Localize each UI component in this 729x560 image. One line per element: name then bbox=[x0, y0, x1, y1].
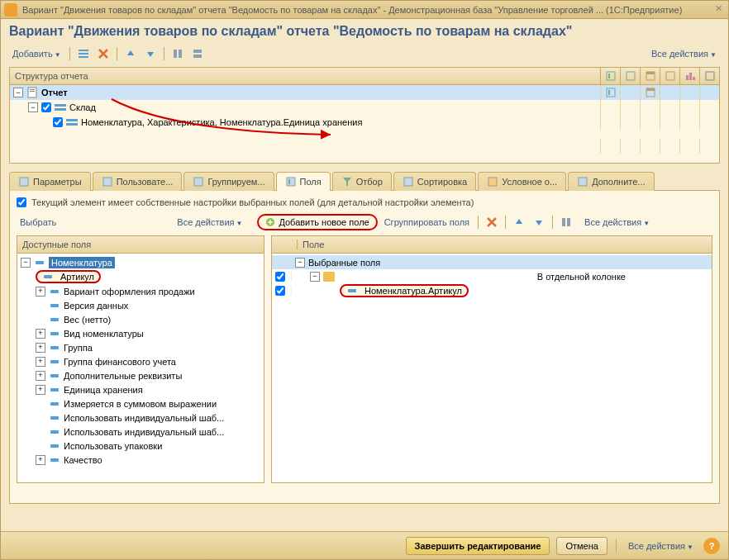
tree-row[interactable]: Вес (нетто) bbox=[17, 312, 264, 326]
move-up-icon[interactable] bbox=[122, 45, 139, 62]
tree-row[interactable]: Использовать упаковки bbox=[17, 439, 264, 453]
col-icon[interactable] bbox=[679, 68, 699, 84]
warehouse-checkbox[interactable] bbox=[41, 102, 51, 112]
col-icon[interactable] bbox=[620, 68, 640, 84]
col-icon[interactable] bbox=[699, 68, 719, 84]
help-icon[interactable]: ? bbox=[703, 538, 720, 554]
expand-icon[interactable]: + bbox=[36, 455, 45, 465]
expand-icon[interactable]: + bbox=[36, 371, 45, 381]
tab-extra[interactable]: Дополните... bbox=[568, 172, 654, 191]
svg-rect-35 bbox=[579, 178, 587, 186]
field-icon bbox=[49, 400, 60, 408]
tab-sort[interactable]: Сортировка bbox=[393, 172, 476, 191]
field-icon bbox=[49, 456, 60, 464]
tab-user[interactable]: Пользовате... bbox=[93, 172, 183, 191]
expand-icon[interactable]: + bbox=[36, 357, 45, 367]
settings-icon[interactable] bbox=[558, 214, 574, 230]
expand-icon[interactable]: + bbox=[36, 343, 45, 353]
tree-item-label: Единица хранения bbox=[64, 385, 143, 395]
selected-fields-panel: Поле −Выбранные поля −В отдельной колонк… bbox=[271, 235, 712, 483]
nomenclature-checkbox[interactable] bbox=[53, 117, 63, 127]
svg-rect-27 bbox=[66, 123, 78, 126]
all-actions-right[interactable]: Все действия▼ bbox=[581, 216, 653, 229]
tree-row-root[interactable]: − Номенклатура bbox=[17, 255, 264, 269]
all-actions-left[interactable]: Все действия▼ bbox=[174, 216, 245, 229]
all-actions-button[interactable]: Все действия▼ bbox=[648, 47, 720, 60]
tab-cond[interactable]: Условное о... bbox=[478, 172, 566, 191]
svg-rect-20 bbox=[607, 88, 615, 97]
tree-row[interactable]: +Группа bbox=[17, 340, 264, 354]
cancel-button[interactable]: Отмена bbox=[556, 537, 607, 555]
article-checkbox[interactable] bbox=[275, 286, 285, 296]
move-up-icon[interactable] bbox=[511, 214, 527, 230]
tab-fields[interactable]: Поля bbox=[276, 172, 331, 191]
tab-params[interactable]: Параметры bbox=[9, 172, 91, 191]
separate-col-label: В отдельной колонке bbox=[537, 272, 626, 282]
available-fields-tree[interactable]: − Номенклатура Артикул +Вариант оформлен… bbox=[17, 254, 264, 482]
col-icon[interactable] bbox=[640, 68, 660, 84]
selected-fields-header: Поле bbox=[297, 240, 707, 249]
tree-row[interactable]: Измеряется в суммовом выражении bbox=[17, 396, 264, 411]
tab-filter[interactable]: Отбор bbox=[332, 172, 392, 191]
structure-nomenclature-label: Номенклатура, Характеристика, Номенклату… bbox=[81, 117, 362, 127]
tree-row[interactable]: +Единица хранения bbox=[17, 382, 264, 396]
tree-row[interactable]: +Дополнительные реквизиты bbox=[17, 368, 264, 382]
add-button[interactable]: Добавить▼ bbox=[9, 47, 64, 60]
structure-nomenclature-row[interactable]: Номенклатура, Характеристика, Номенклату… bbox=[10, 115, 719, 130]
settings-icon[interactable] bbox=[169, 45, 186, 62]
expand-icon[interactable]: + bbox=[36, 329, 45, 339]
selected-fields-tree[interactable]: −Выбранные поля −В отдельной колонке Ном… bbox=[272, 254, 712, 482]
close-icon[interactable]: ✕ bbox=[712, 3, 725, 17]
settings2-icon[interactable] bbox=[189, 45, 206, 62]
tree-row[interactable]: Использовать индивидуальный шаб... bbox=[17, 411, 264, 425]
structure-report-row[interactable]: −Отчет bbox=[10, 85, 719, 100]
main-toolbar: Добавить▼ Все действия▼ bbox=[9, 45, 720, 62]
selected-root-row[interactable]: −Выбранные поля bbox=[272, 255, 712, 269]
tree-row[interactable]: Версия данных bbox=[17, 298, 264, 312]
selected-folder-row[interactable]: −В отдельной колонке bbox=[272, 269, 712, 283]
tree-item-label: Группа финансового учета bbox=[64, 357, 176, 367]
collapse-icon[interactable]: − bbox=[21, 258, 31, 268]
tree-row[interactable]: +Качество bbox=[17, 453, 264, 467]
list-icon[interactable] bbox=[75, 45, 92, 62]
svg-rect-25 bbox=[55, 108, 66, 111]
svg-rect-17 bbox=[28, 88, 36, 97]
svg-rect-34 bbox=[488, 178, 497, 186]
col-icon[interactable] bbox=[600, 68, 620, 84]
field-icon bbox=[34, 259, 45, 267]
selected-article-row[interactable]: Номенклатура.Артикул bbox=[272, 283, 712, 298]
svg-rect-18 bbox=[30, 89, 35, 90]
select-button[interactable]: Выбрать bbox=[17, 216, 60, 229]
group-fields-button[interactable]: Сгруппировать поля bbox=[381, 216, 473, 229]
collapse-icon[interactable]: − bbox=[310, 272, 320, 282]
col-icon[interactable] bbox=[660, 68, 679, 84]
collapse-icon[interactable]: − bbox=[13, 88, 23, 97]
collapse-icon[interactable]: − bbox=[295, 258, 305, 268]
expand-icon[interactable]: + bbox=[36, 287, 45, 297]
svg-rect-7 bbox=[607, 72, 615, 80]
svg-rect-19 bbox=[30, 91, 35, 92]
tree-item-label: Вес (нетто) bbox=[64, 315, 111, 325]
delete-field-icon[interactable] bbox=[484, 214, 500, 230]
tree-row[interactable]: +Вид номенклатуры bbox=[17, 326, 264, 340]
tree-row[interactable]: +Группа финансового учета bbox=[17, 354, 264, 368]
svg-rect-37 bbox=[562, 218, 565, 226]
footer-all-actions[interactable]: Все действия▼ bbox=[625, 539, 697, 553]
add-new-field-button[interactable]: Добавить новое поле bbox=[257, 214, 377, 230]
tab-group[interactable]: Группируем... bbox=[183, 172, 274, 191]
tree-row-article[interactable]: Артикул bbox=[17, 269, 264, 284]
finish-button[interactable]: Завершить редактирование bbox=[406, 537, 550, 555]
svg-rect-32 bbox=[288, 179, 290, 184]
move-down-icon[interactable] bbox=[142, 45, 159, 62]
svg-rect-2 bbox=[79, 56, 88, 58]
collapse-icon[interactable]: − bbox=[28, 102, 38, 112]
structure-warehouse-row[interactable]: −Склад bbox=[10, 100, 719, 115]
tree-row[interactable]: +Вариант оформления продажи bbox=[17, 284, 264, 298]
own-settings-checkbox[interactable] bbox=[17, 197, 26, 207]
folder-checkbox[interactable] bbox=[275, 272, 285, 282]
folder-icon bbox=[323, 272, 335, 282]
move-down-icon[interactable] bbox=[531, 214, 547, 230]
delete-icon[interactable] bbox=[95, 45, 112, 62]
tree-row[interactable]: Использовать индивидуальный шаб... bbox=[17, 425, 264, 439]
expand-icon[interactable]: + bbox=[36, 385, 45, 395]
